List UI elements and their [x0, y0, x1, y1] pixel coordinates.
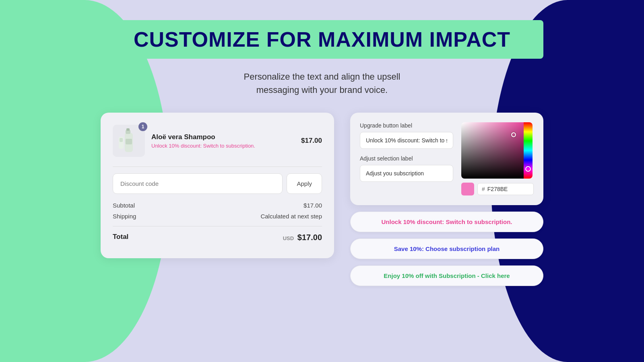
preview-button-pink[interactable]: Unlock 10% discount: Switch to subscript…: [350, 212, 543, 232]
adjust-selection-input[interactable]: [360, 165, 453, 182]
divider-2: [113, 226, 322, 226]
page-content: CUSTOMIZE FOR MAXIMUM IMPACT Personalize…: [0, 0, 644, 286]
upgrade-button-input[interactable]: [360, 132, 453, 149]
upgrade-button-field-group: Upgrade button label: [360, 122, 453, 149]
apply-discount-button[interactable]: Apply: [287, 173, 322, 194]
total-line: Total USD $17.00: [113, 233, 322, 242]
discount-input[interactable]: [113, 173, 283, 194]
subtotal-line: Subtotal $17.00: [113, 202, 322, 209]
total-label: Total: [113, 233, 128, 242]
product-name: Aloë vera Shampoo: [151, 133, 295, 141]
total-currency: USD: [283, 235, 294, 241]
config-card: Upgrade button label Adjust selection la…: [350, 113, 543, 205]
config-fields: Upgrade button label Adjust selection la…: [360, 122, 453, 188]
product-price: $17.00: [301, 137, 322, 145]
gradient-picker-dot: [511, 132, 516, 137]
color-spectrum-bar[interactable]: [524, 122, 533, 179]
color-hash-box: #: [477, 183, 534, 195]
product-info: Aloë vera Shampoo Unlock 10% discount: S…: [151, 133, 295, 149]
header-banner: CUSTOMIZE FOR MAXIMUM IMPACT: [101, 20, 543, 59]
picker-container: [461, 122, 534, 179]
preview-button-blue[interactable]: Save 10%: Choose subscription plan: [350, 239, 543, 259]
subtotal-value: $17.00: [303, 202, 322, 209]
product-quantity-badge: 1: [138, 122, 147, 131]
shipping-value: Calculated at next step: [260, 213, 322, 220]
shipping-line: Shipping Calculated at next step: [113, 213, 322, 220]
product-upsell-text: Unlock 10% discount: Switch to subscript…: [151, 143, 295, 149]
svg-rect-3: [126, 139, 132, 144]
svg-rect-2: [126, 128, 130, 131]
config-row: Upgrade button label Adjust selection la…: [360, 122, 534, 195]
svg-rect-5: [120, 138, 123, 142]
page-subtitle: Personalize the text and align the upsel…: [244, 70, 400, 97]
total-value: USD $17.00: [283, 233, 322, 242]
discount-row: Apply: [113, 173, 322, 194]
customization-panel: Upgrade button label Adjust selection la…: [350, 113, 543, 286]
subtotal-label: Subtotal: [113, 202, 135, 209]
page-title: CUSTOMIZE FOR MAXIMUM IMPACT: [125, 27, 519, 51]
hash-symbol: #: [482, 186, 485, 192]
total-amount: $17.00: [297, 233, 322, 242]
color-hex-input[interactable]: [487, 186, 516, 192]
spectrum-picker-dot: [525, 166, 531, 172]
divider-1: [113, 167, 322, 167]
upgrade-button-label: Upgrade button label: [360, 122, 453, 129]
product-image-wrap: 1: [113, 125, 145, 157]
color-swatch: [461, 183, 474, 195]
color-gradient-field[interactable]: [461, 122, 524, 179]
shipping-label: Shipping: [113, 213, 136, 220]
color-value-row: #: [461, 183, 534, 195]
main-panels: 1 Aloë vera Shampoo: [101, 113, 543, 286]
product-row: 1 Aloë vera Shampoo: [113, 125, 322, 157]
adjust-selection-label: Adjust selection label: [360, 155, 453, 162]
adjust-selection-field-group: Adjust selection label: [360, 155, 453, 182]
checkout-card: 1 Aloë vera Shampoo: [101, 113, 334, 258]
preview-button-green[interactable]: Enjoy 10% off with Subscription - Click …: [350, 265, 543, 286]
color-picker[interactable]: #: [461, 122, 534, 195]
